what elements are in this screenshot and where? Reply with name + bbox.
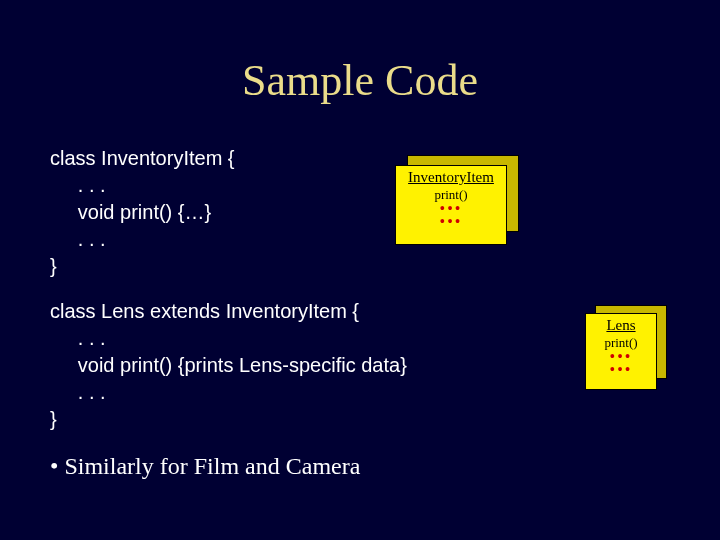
slide: Sample Code InventoryItem print() ••• ••…	[0, 0, 720, 540]
code-line: class InventoryItem {	[50, 145, 670, 172]
code-line: . . .	[50, 172, 670, 199]
code-body: class InventoryItem { . . . void print()…	[50, 145, 670, 433]
code-line: }	[50, 406, 670, 433]
code-line: }	[50, 253, 670, 280]
code-line: class Lens extends InventoryItem {	[50, 298, 670, 325]
code-line: . . .	[50, 379, 670, 406]
code-line: void print() {…}	[50, 199, 670, 226]
code-line: . . .	[50, 325, 670, 352]
code-line: void print() {prints Lens-specific data}	[50, 352, 670, 379]
bullet-similarly: Similarly for Film and Camera	[50, 453, 360, 480]
code-line: . . .	[50, 226, 670, 253]
slide-title: Sample Code	[0, 55, 720, 106]
